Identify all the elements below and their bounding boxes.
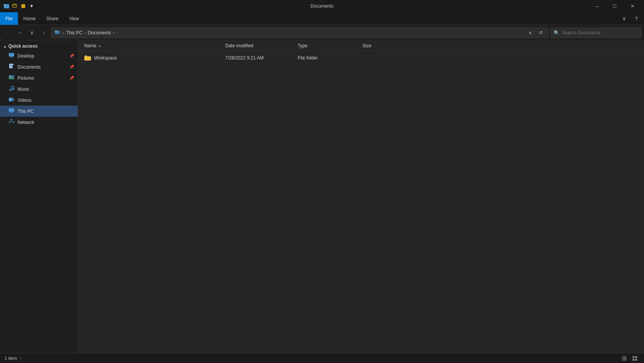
svg-rect-42 — [633, 356, 634, 358]
search-icon: 🔍 — [554, 30, 559, 35]
svg-rect-27 — [9, 108, 14, 112]
sidebar-item-videos-label: Videos — [18, 98, 31, 103]
help-button[interactable]: ? — [631, 13, 642, 24]
quick-access-label: Quick access — [8, 43, 38, 49]
address-icon — [54, 29, 60, 36]
window-title: Documents — [311, 3, 334, 9]
breadcrumb-sep-0: > — [62, 31, 64, 35]
svg-rect-38 — [622, 358, 623, 359]
svg-rect-45 — [635, 359, 637, 361]
nav-bar: ← → ∨ ↑ > This PC > Documents > ∨ ↺ 🔍 — [0, 25, 644, 40]
breadcrumb-thispc[interactable]: This PC — [66, 30, 82, 35]
status-bar: 1 item | — [0, 353, 644, 363]
title-icon-2 — [11, 3, 18, 10]
pin-icon-documents: 📌 — [69, 65, 74, 69]
column-date-modified[interactable]: Date modified — [222, 40, 295, 51]
sidebar-item-pictures[interactable]: Pictures 📌 — [0, 72, 78, 84]
ribbon-bar: File Home Share View ∨ ? — [0, 12, 644, 25]
maximize-button[interactable]: ☐ — [606, 0, 623, 12]
up-button[interactable]: ↑ — [39, 27, 50, 38]
tab-share[interactable]: Share — [41, 12, 64, 25]
svg-rect-7 — [9, 53, 14, 56]
svg-rect-40 — [622, 360, 623, 360]
tab-home[interactable]: Home — [18, 12, 41, 25]
sidebar-item-desktop[interactable]: Desktop 📌 — [0, 50, 78, 61]
search-input[interactable] — [562, 30, 638, 35]
sidebar-item-network[interactable]: Network — [0, 117, 78, 128]
ribbon-chevron-button[interactable]: ∨ — [619, 13, 630, 24]
tab-file[interactable]: File — [0, 12, 18, 25]
file-list: Workspace 7/28/2022 9:21 AM File folder — [78, 51, 644, 353]
breadcrumb-documents[interactable]: Documents — [88, 30, 111, 35]
folder-icon — [84, 55, 91, 61]
svg-rect-43 — [635, 356, 637, 358]
column-size[interactable]: Size — [359, 40, 405, 51]
svg-rect-8 — [10, 56, 13, 57]
status-right — [620, 354, 639, 363]
status-item-count: 1 item — [5, 356, 17, 361]
sidebar-item-pictures-label: Pictures — [18, 75, 34, 81]
svg-rect-29 — [10, 112, 13, 113]
breadcrumb-sep-1: > — [84, 31, 86, 35]
file-name: Workspace — [84, 55, 225, 61]
refresh-button[interactable]: ↺ — [536, 28, 545, 37]
svg-line-23 — [11, 86, 14, 87]
pictures-icon — [8, 74, 14, 82]
quick-access-header[interactable]: ▲ Quick access — [0, 42, 78, 50]
large-icons-view-button[interactable] — [630, 354, 639, 363]
search-bar[interactable]: 🔍 — [550, 27, 642, 38]
details-view-button[interactable] — [620, 354, 629, 363]
back-button[interactable]: ← — [2, 27, 13, 38]
svg-rect-9 — [10, 57, 13, 58]
sidebar-item-documents-label: Documents — [18, 64, 41, 70]
svg-rect-44 — [633, 359, 634, 361]
music-icon — [8, 85, 14, 93]
svg-marker-25 — [13, 98, 14, 101]
ribbon-right: ∨ ? — [619, 12, 644, 25]
svg-rect-39 — [623, 358, 626, 359]
svg-rect-4 — [21, 4, 25, 8]
sidebar-item-desktop-label: Desktop — [18, 53, 34, 59]
column-headers: Name ▲ Date modified Type Size — [78, 40, 644, 51]
title-bar: ▼ Documents — ☐ ✕ — [0, 0, 644, 12]
table-row[interactable]: Workspace 7/28/2022 9:21 AM File folder — [81, 52, 641, 64]
svg-rect-31 — [9, 122, 10, 123]
file-area: Name ▲ Date modified Type Size — [78, 40, 644, 353]
title-icon-3 — [20, 3, 27, 10]
address-dropdown-button[interactable]: ∨ — [525, 28, 535, 37]
pin-icon-pictures: 📌 — [69, 76, 74, 80]
sidebar-item-thispc[interactable]: This PC — [0, 106, 78, 117]
title-icon-4: ▼ — [28, 3, 35, 10]
thispc-icon — [8, 108, 14, 115]
recent-locations-button[interactable]: ∨ — [27, 27, 37, 38]
app-icon — [3, 3, 10, 10]
sidebar-item-music[interactable]: Music — [0, 84, 78, 95]
sidebar: ▲ Quick access Desktop 📌 — [0, 40, 78, 353]
close-button[interactable]: ✕ — [623, 0, 641, 12]
sidebar-item-videos[interactable]: Videos — [0, 95, 78, 106]
svg-rect-37 — [623, 357, 626, 357]
network-icon — [8, 119, 14, 126]
status-separator: | — [20, 355, 22, 361]
address-bar[interactable]: > This PC > Documents > ∨ ↺ — [51, 27, 549, 38]
documents-icon — [8, 63, 14, 71]
main-area: ▲ Quick access Desktop 📌 — [0, 40, 644, 353]
sidebar-item-network-label: Network — [18, 120, 34, 125]
sidebar-item-music-label: Music — [18, 87, 29, 92]
forward-button[interactable]: → — [14, 27, 25, 38]
svg-rect-6 — [55, 31, 57, 31]
minimize-button[interactable]: — — [588, 0, 606, 12]
sidebar-item-documents[interactable]: Documents 📌 — [0, 61, 78, 72]
tab-view[interactable]: View — [64, 12, 84, 25]
column-type[interactable]: Type — [295, 40, 359, 51]
svg-line-35 — [11, 121, 13, 122]
desktop-icon — [8, 52, 14, 59]
svg-rect-30 — [11, 119, 12, 120]
svg-rect-2 — [13, 4, 16, 7]
svg-rect-41 — [623, 360, 626, 360]
svg-rect-28 — [10, 112, 13, 112]
column-name[interactable]: Name ▲ — [81, 40, 222, 51]
breadcrumb-sep-2: > — [112, 31, 115, 35]
file-type: File folder — [298, 55, 362, 61]
svg-rect-1 — [4, 4, 6, 5]
